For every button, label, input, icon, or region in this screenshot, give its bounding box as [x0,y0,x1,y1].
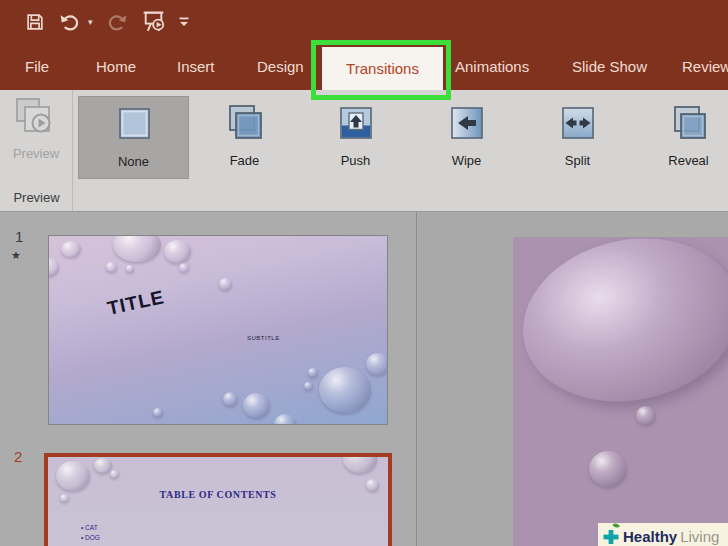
tab-review[interactable]: Review [682,44,728,90]
tab-transitions-active[interactable]: Transitions [322,47,443,90]
preview-group-label: Preview [0,190,73,205]
watermark-brand-light: Living [680,528,719,545]
watermark-brand-bold: Healthy [623,528,677,545]
wipe-transition-icon [445,103,489,151]
slide-1-title-text: TITLE [105,286,166,320]
ribbon-tab-bar: File Home Insert Design Transitions Anim… [0,44,728,90]
slide-2-heading-text: TABLE OF CONTENTS [48,489,388,500]
push-transition-icon [334,103,378,151]
tab-insert[interactable]: Insert [177,44,215,90]
transition-label: None [118,154,149,169]
transition-label: Reveal [668,153,708,168]
transition-none[interactable]: None [78,96,189,179]
large-water-droplet [513,237,728,421]
preview-button-label: Preview [13,146,59,161]
slide-editing-canvas: Healthy Living [418,212,728,546]
powerpoint-window: ▾ File [0,0,728,546]
healthy-living-logo-icon [601,523,621,546]
transition-fade[interactable]: Fade [189,96,300,179]
split-transition-icon [556,103,600,151]
transition-label: Fade [230,153,260,168]
start-slideshow-icon[interactable] [141,9,166,34]
transition-label: Push [341,153,371,168]
tab-animations[interactable]: Animations [455,44,529,90]
customize-quick-access-icon[interactable] [178,15,190,29]
slide-2-bullet: • CAT [81,524,98,531]
workspace: 1 ★ TITLE SUBTITLE [0,212,728,546]
tab-slide-show[interactable]: Slide Show [572,44,647,90]
transitions-ribbon: Preview Preview None [0,90,728,212]
transition-split[interactable]: Split [522,96,633,179]
preview-group: Preview Preview [0,90,73,211]
none-transition-icon [112,104,156,152]
slide-thumbnail-panel[interactable]: 1 ★ TITLE SUBTITLE [0,212,417,546]
undo-icon[interactable] [58,11,82,33]
quick-access-toolbar: ▾ [24,9,190,34]
healthy-living-watermark: Healthy Living [598,523,728,546]
title-bar: ▾ [0,0,728,44]
slide-2-number: 2 [14,448,22,465]
slide-2-bullet: • DOG [81,534,100,541]
transition-push[interactable]: Push [300,96,411,179]
tab-home[interactable]: Home [96,44,136,90]
tab-design[interactable]: Design [257,44,304,90]
fade-transition-icon [223,103,267,151]
transition-wipe[interactable]: Wipe [411,96,522,179]
transition-gallery: None Fade [78,96,728,179]
slide-2-thumbnail-selected[interactable]: TABLE OF CONTENTS • CAT • DOG [44,453,392,546]
slide-1-thumbnail[interactable]: TITLE SUBTITLE [48,235,388,425]
undo-dropdown-icon[interactable]: ▾ [88,17,93,27]
transition-reveal[interactable]: Reveal [633,96,728,179]
preview-button: Preview [6,96,66,166]
slide-1-number: 1 [15,228,23,245]
redo-icon [105,11,129,33]
transition-label: Wipe [452,153,482,168]
tab-file[interactable]: File [25,44,49,90]
save-icon[interactable] [24,11,46,33]
animation-star-icon: ★ [11,249,21,262]
current-slide-view[interactable]: Healthy Living [513,237,728,546]
preview-play-icon [13,96,59,144]
reveal-transition-icon [667,103,711,151]
slide-1-subtitle-text: SUBTITLE [247,335,280,341]
transition-label: Split [565,153,590,168]
